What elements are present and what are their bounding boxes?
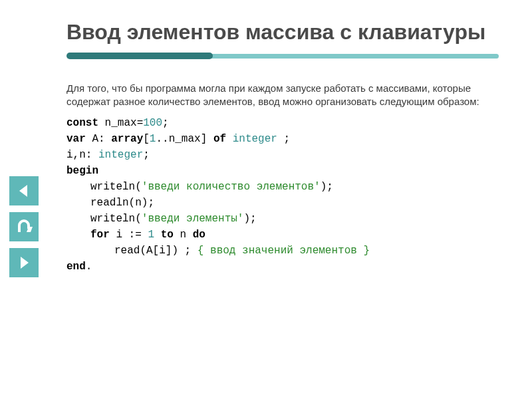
next-button[interactable] xyxy=(9,248,39,277)
code-line-1: const n_max=100; xyxy=(66,115,499,131)
arrow-left-icon xyxy=(15,182,33,200)
code-line-10: end. xyxy=(66,259,499,275)
prev-button[interactable] xyxy=(9,176,39,205)
arrow-right-icon xyxy=(15,254,33,271)
code-line-2: var A: array[1..n_max] of integer ; xyxy=(66,131,499,147)
svg-marker-0 xyxy=(19,185,27,197)
code-line-6: readln(n); xyxy=(66,195,499,211)
code-line-8: for i := 1 to n do xyxy=(66,227,499,243)
home-button[interactable] xyxy=(9,212,39,241)
code-line-9: read(A[i]) ; { ввод значений элементов } xyxy=(66,243,499,259)
code-block: const n_max=100; var A: array[1..n_max] … xyxy=(66,115,499,275)
u-turn-icon xyxy=(14,217,34,236)
title-underline xyxy=(66,53,499,63)
code-line-3: i,n: integer; xyxy=(66,147,499,163)
code-line-5: writeln('введи количество элементов'); xyxy=(66,179,499,195)
code-line-4: begin xyxy=(66,163,499,179)
code-line-7: writeln('введи элементы'); xyxy=(66,211,499,227)
nav-buttons xyxy=(9,176,39,277)
slide-title: Ввод элементов массива с клавиатуры xyxy=(66,20,499,45)
intro-text: Для того, что бы программа могла при каж… xyxy=(66,82,499,109)
svg-marker-2 xyxy=(21,257,29,269)
